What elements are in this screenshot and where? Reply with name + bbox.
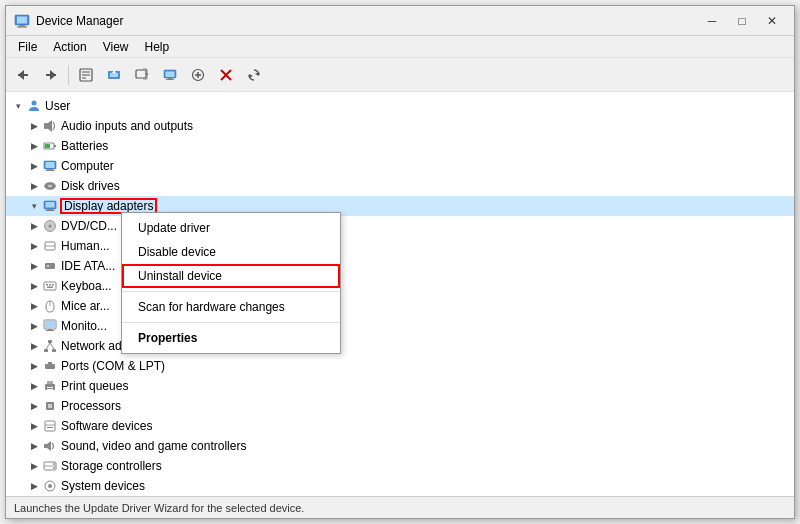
tree-item-ports[interactable]: ▶ Ports (COM & LPT) [6, 356, 794, 376]
svg-rect-29 [44, 123, 48, 129]
maximize-button[interactable]: □ [728, 11, 756, 31]
properties-button[interactable] [73, 62, 99, 88]
svg-marker-26 [255, 72, 259, 76]
expand-mice[interactable]: ▶ [26, 298, 42, 314]
title-left: Device Manager [14, 13, 123, 29]
expand-display[interactable]: ▾ [26, 198, 42, 214]
ctx-disable-device[interactable]: Disable device [122, 240, 340, 264]
menu-file[interactable]: File [10, 38, 45, 56]
audio-label: Audio inputs and outputs [61, 119, 193, 133]
tree-item-processors[interactable]: ▶ Processors [6, 396, 794, 416]
software-label: Software devices [61, 419, 152, 433]
monitor-icon [42, 318, 58, 334]
print-label: Print queues [61, 379, 128, 393]
expand-ide[interactable]: ▶ [26, 258, 42, 274]
svg-line-64 [50, 343, 54, 349]
expand-dvd[interactable]: ▶ [26, 218, 42, 234]
menu-bar: File Action View Help [6, 36, 794, 58]
expand-batteries[interactable]: ▶ [26, 138, 42, 154]
svg-rect-68 [47, 381, 53, 384]
svg-rect-73 [45, 421, 55, 431]
tree-item-computer[interactable]: ▶ Computer [6, 156, 794, 176]
ctx-scan-changes[interactable]: Scan for hardware changes [122, 295, 340, 319]
expand-ports[interactable]: ▶ [26, 358, 42, 374]
battery-icon [42, 138, 58, 154]
expand-processors[interactable]: ▶ [26, 398, 42, 414]
expand-software[interactable]: ▶ [26, 418, 42, 434]
svg-rect-60 [48, 340, 52, 343]
monitors-label: Monito... [61, 319, 107, 333]
status-bar: Launches the Update Driver Wizard for th… [6, 496, 794, 518]
ctx-update-driver[interactable]: Update driver [122, 216, 340, 240]
svg-rect-32 [54, 145, 56, 147]
expand-print[interactable]: ▶ [26, 378, 42, 394]
expand-network[interactable]: ▶ [26, 338, 42, 354]
ports-icon [42, 358, 58, 374]
storage-icon [42, 458, 58, 474]
display-label: Display adapters [61, 199, 156, 213]
tree-item-storage[interactable]: ▶ Storage controllers [6, 456, 794, 476]
expand-monitors[interactable]: ▶ [26, 318, 42, 334]
svg-rect-65 [45, 364, 55, 369]
menu-help[interactable]: Help [137, 38, 178, 56]
svg-rect-69 [47, 387, 53, 388]
svg-rect-41 [46, 202, 55, 208]
svg-rect-13 [110, 73, 118, 77]
title-bar: Device Manager ─ □ ✕ [6, 6, 794, 36]
back-button[interactable] [10, 62, 36, 88]
ide-label: IDE ATA... [61, 259, 115, 273]
mice-label: Mice ar... [61, 299, 110, 313]
ctx-properties[interactable]: Properties [122, 326, 340, 350]
svg-rect-50 [44, 282, 56, 290]
tree-panel[interactable]: ▾ User ▶ Audio inputs and outputs ▶ [6, 92, 794, 496]
ide-icon [42, 258, 58, 274]
expand-human[interactable]: ▶ [26, 238, 42, 254]
minimize-button[interactable]: ─ [698, 11, 726, 31]
tree-item-sound[interactable]: ▶ Sound, video and game controllers [6, 436, 794, 456]
expand-disk[interactable]: ▶ [26, 178, 42, 194]
svg-rect-36 [47, 169, 53, 170]
svg-rect-43 [46, 210, 55, 211]
toolbar-separator-1 [68, 65, 69, 85]
svg-rect-35 [46, 162, 55, 168]
expand-keyboard[interactable]: ▶ [26, 278, 42, 294]
scan-button[interactable] [129, 62, 155, 88]
display-button[interactable] [157, 62, 183, 88]
add-button[interactable] [185, 62, 211, 88]
menu-action[interactable]: Action [45, 38, 94, 56]
processor-icon [42, 398, 58, 414]
tree-item-batteries[interactable]: ▶ Batteries [6, 136, 794, 156]
ctx-separator-1 [122, 291, 340, 292]
close-button[interactable]: ✕ [758, 11, 786, 31]
expand-storage[interactable]: ▶ [26, 458, 42, 474]
expand-user[interactable]: ▾ [10, 98, 26, 114]
menu-view[interactable]: View [95, 38, 137, 56]
svg-rect-72 [48, 404, 52, 408]
ctx-uninstall-device[interactable]: Uninstall device [122, 264, 340, 288]
dvd-icon [42, 218, 58, 234]
svg-point-45 [49, 225, 52, 228]
expand-sound[interactable]: ▶ [26, 438, 42, 454]
svg-rect-61 [44, 349, 48, 352]
expand-audio[interactable]: ▶ [26, 118, 42, 134]
update-driver-button[interactable] [101, 62, 127, 88]
tree-item-disk[interactable]: ▶ Disk drives [6, 176, 794, 196]
tree-item-audio[interactable]: ▶ Audio inputs and outputs [6, 116, 794, 136]
audio-icon [42, 118, 58, 134]
svg-point-83 [48, 484, 52, 488]
svg-rect-42 [47, 209, 53, 210]
refresh-button[interactable] [241, 62, 267, 88]
forward-button[interactable] [38, 62, 64, 88]
expand-computer[interactable]: ▶ [26, 158, 42, 174]
tree-root-user[interactable]: ▾ User [6, 96, 794, 116]
sound-label: Sound, video and game controllers [61, 439, 246, 453]
tree-item-software[interactable]: ▶ Software devices [6, 416, 794, 436]
expand-system[interactable]: ▶ [26, 478, 42, 494]
svg-rect-54 [47, 287, 53, 289]
svg-rect-19 [168, 78, 172, 79]
svg-rect-57 [45, 321, 55, 328]
tree-item-print[interactable]: ▶ Print queues [6, 376, 794, 396]
tree-item-system[interactable]: ▶ System devices [6, 476, 794, 496]
remove-button[interactable] [213, 62, 239, 88]
svg-rect-5 [18, 74, 28, 76]
